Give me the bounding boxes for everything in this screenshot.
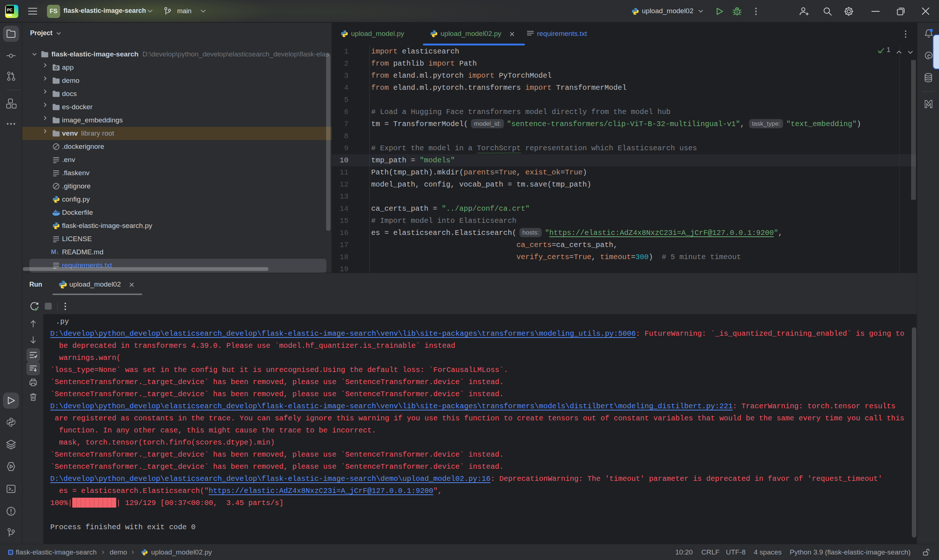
svg-text:PC: PC [7, 8, 12, 12]
